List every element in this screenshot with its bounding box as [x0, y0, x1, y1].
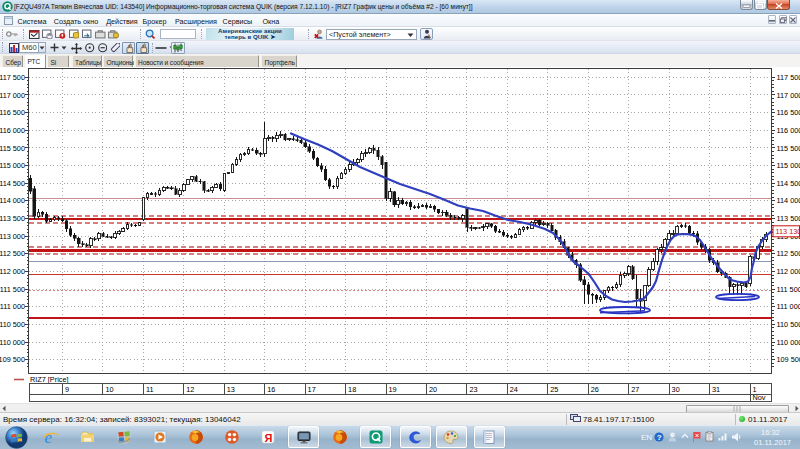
svg-text:113 000: 113 000 [0, 232, 25, 241]
svg-text:16: 16 [267, 385, 275, 394]
svg-text:Nov: Nov [753, 393, 766, 402]
svg-text:115 000: 115 000 [0, 161, 25, 170]
svg-text:116 500: 116 500 [0, 108, 25, 117]
svg-text:109 500: 109 500 [777, 355, 800, 364]
svg-text:113 500: 113 500 [0, 214, 25, 223]
svg-text:116 000: 116 000 [0, 126, 25, 135]
svg-text:114 000: 114 000 [777, 196, 800, 205]
svg-text:112 500: 112 500 [777, 249, 800, 258]
svg-text:31: 31 [712, 385, 720, 394]
svg-text:112 000: 112 000 [0, 267, 25, 276]
svg-text:26: 26 [591, 385, 599, 394]
svg-text:114 500: 114 500 [777, 179, 800, 188]
svg-text:114 000: 114 000 [0, 196, 25, 205]
svg-text:9: 9 [65, 385, 69, 394]
svg-text:13: 13 [227, 385, 235, 394]
svg-text:111 000: 111 000 [0, 302, 25, 311]
svg-text:117 500: 117 500 [777, 73, 800, 82]
svg-text:110 500: 110 500 [0, 320, 25, 329]
svg-text:111 500: 111 500 [777, 285, 800, 294]
svg-text:30: 30 [672, 385, 680, 394]
svg-text:113 130: 113 130 [776, 227, 800, 236]
svg-text:112 000: 112 000 [777, 267, 800, 276]
svg-text:RIZ7 [Price]: RIZ7 [Price] [30, 375, 69, 384]
svg-text:?: ? [657, 433, 662, 442]
svg-text:111 500: 111 500 [0, 285, 25, 294]
svg-text:19: 19 [389, 385, 397, 394]
svg-text:Я: Я [264, 432, 272, 444]
svg-text:110 500: 110 500 [777, 320, 800, 329]
svg-text:18: 18 [348, 385, 356, 394]
svg-text:11: 11 [146, 385, 154, 394]
svg-text:110 000: 110 000 [0, 338, 25, 347]
svg-text:12: 12 [186, 385, 194, 394]
svg-text:109 500: 109 500 [0, 355, 25, 364]
svg-text:117 000: 117 000 [777, 91, 800, 100]
svg-text:110 000: 110 000 [777, 338, 800, 347]
svg-text:17: 17 [308, 385, 316, 394]
svg-text:112 500: 112 500 [0, 249, 25, 258]
svg-text:116 000: 116 000 [777, 126, 800, 135]
svg-text:27: 27 [631, 385, 639, 394]
svg-text:e: e [45, 429, 53, 445]
svg-text:113 500: 113 500 [777, 214, 800, 223]
svg-text:10: 10 [105, 385, 113, 394]
svg-text:115 500: 115 500 [0, 144, 25, 153]
svg-text:25: 25 [550, 385, 558, 394]
svg-text:114 500: 114 500 [0, 179, 25, 188]
svg-text:24: 24 [510, 385, 518, 394]
svg-text:23: 23 [469, 385, 477, 394]
svg-text:111 000: 111 000 [777, 302, 800, 311]
svg-text:117 500: 117 500 [0, 73, 25, 82]
svg-text:117 000: 117 000 [0, 91, 25, 100]
svg-text:115 000: 115 000 [777, 161, 800, 170]
svg-text:20: 20 [429, 385, 437, 394]
svg-text:115 500: 115 500 [777, 144, 800, 153]
svg-text:116 500: 116 500 [777, 108, 800, 117]
